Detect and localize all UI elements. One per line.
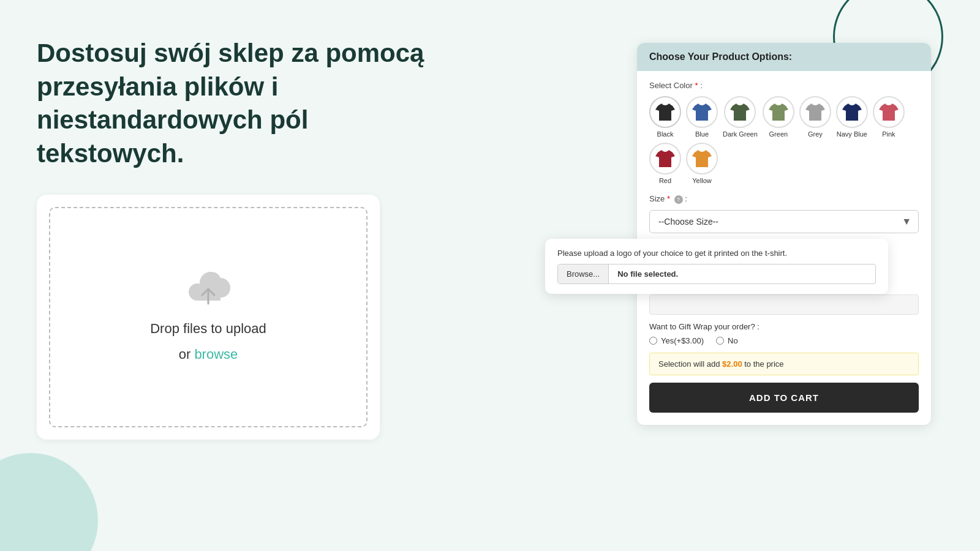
color-required-star: * bbox=[695, 81, 698, 90]
bg-circle-bottom-left bbox=[0, 453, 98, 551]
browse-link[interactable]: browse bbox=[194, 347, 238, 362]
gift-wrap-label: Want to Gift Wrap your order? : bbox=[649, 322, 919, 331]
color-label-pink: Pink bbox=[882, 130, 895, 138]
hero-text: Dostosuj swój sklep za pomocą przesyłani… bbox=[37, 37, 429, 170]
drop-files-text: Drop files to upload bbox=[150, 321, 266, 337]
color-option-darkgreen[interactable]: Dark Green bbox=[723, 96, 758, 138]
upload-logo-card: Please upload a logo of your choice to g… bbox=[545, 239, 888, 294]
card-header: Choose Your Product Options: bbox=[637, 43, 931, 71]
color-option-red[interactable]: Red bbox=[649, 143, 681, 184]
product-options-card: Choose Your Product Options: Select Colo… bbox=[637, 43, 931, 425]
upload-cloud-icon bbox=[184, 272, 233, 311]
add-to-cart-button[interactable]: ADD TO CART bbox=[649, 383, 919, 413]
browse-row: or browse bbox=[179, 347, 238, 362]
or-text: or bbox=[179, 347, 191, 362]
color-label-navyblue: Navy Blue bbox=[837, 130, 867, 138]
size-select[interactable]: --Choose Size-- S M L XL XXL bbox=[649, 210, 919, 233]
size-section-label: Size * ? : bbox=[649, 194, 919, 204]
right-panel: Choose Your Product Options: Select Colo… bbox=[637, 43, 931, 425]
gift-wrap-section: Want to Gift Wrap your order? : Yes(+$3.… bbox=[637, 322, 931, 353]
size-section: Size * ? : --Choose Size-- S M L XL XXL … bbox=[649, 194, 919, 233]
gift-wrap-no-label: No bbox=[728, 336, 738, 345]
radio-row: Yes(+$3.00) No bbox=[649, 336, 919, 345]
file-input-row: Browse... No file selected. bbox=[557, 264, 876, 284]
color-option-green[interactable]: Green bbox=[763, 96, 794, 138]
size-info-icon[interactable]: ? bbox=[674, 195, 683, 204]
upload-logo-label: Please upload a logo of your choice to g… bbox=[557, 249, 876, 258]
upload-box-container: Drop files to upload or browse bbox=[37, 195, 380, 440]
color-label-black: Black bbox=[657, 130, 674, 138]
color-option-yellow[interactable]: Yellow bbox=[686, 143, 718, 184]
color-option-grey[interactable]: Grey bbox=[799, 96, 831, 138]
price-notice: Selection will add $2.00 to the price bbox=[649, 353, 919, 375]
slogan-input[interactable] bbox=[649, 294, 919, 315]
color-grid: Black Blue bbox=[649, 96, 919, 184]
color-option-black[interactable]: Black bbox=[649, 96, 681, 138]
price-notice-before: Selection will add bbox=[658, 359, 720, 369]
size-select-wrapper: --Choose Size-- S M L XL XXL ▼ bbox=[649, 210, 919, 233]
color-label-blue: Blue bbox=[695, 130, 709, 138]
gift-wrap-yes-radio[interactable] bbox=[649, 337, 657, 345]
size-required-star: * bbox=[667, 194, 670, 203]
color-label-green: Green bbox=[769, 130, 788, 138]
gift-wrap-yes-label: Yes(+$3.00) bbox=[661, 336, 704, 345]
color-section-label: Select Color * : bbox=[649, 81, 919, 90]
color-option-blue[interactable]: Blue bbox=[686, 96, 718, 138]
no-file-text: No file selected. bbox=[609, 264, 687, 283]
color-label-red: Red bbox=[659, 177, 671, 184]
color-label-grey: Grey bbox=[808, 130, 823, 138]
gift-wrap-no: No bbox=[716, 336, 738, 345]
color-label-darkgreen: Dark Green bbox=[723, 130, 758, 138]
file-browse-button[interactable]: Browse... bbox=[558, 264, 609, 283]
price-notice-after: to the price bbox=[744, 359, 783, 369]
upload-dropzone[interactable]: Drop files to upload or browse bbox=[49, 207, 368, 427]
color-label-yellow: Yellow bbox=[692, 177, 711, 184]
gift-wrap-no-radio[interactable] bbox=[716, 337, 724, 345]
price-amount: $2.00 bbox=[722, 359, 742, 369]
gift-wrap-yes: Yes(+$3.00) bbox=[649, 336, 704, 345]
color-option-navyblue[interactable]: Navy Blue bbox=[836, 96, 868, 138]
card-header-title: Choose Your Product Options: bbox=[649, 51, 792, 62]
color-option-pink[interactable]: Pink bbox=[873, 96, 905, 138]
left-panel: Dostosuj swój sklep za pomocą przesyłani… bbox=[37, 37, 429, 440]
